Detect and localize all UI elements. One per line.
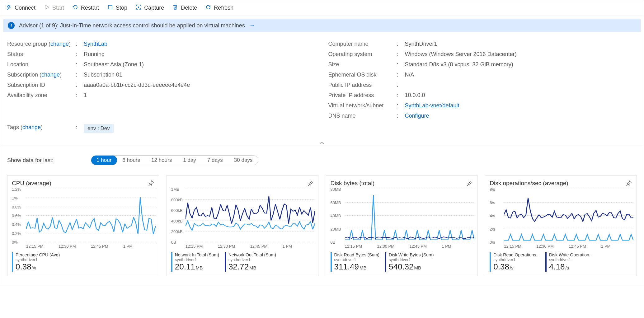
y-tick: 2/s: [490, 227, 495, 231]
detail-value: Subscription 01: [84, 72, 122, 78]
restart-button[interactable]: Restart: [72, 4, 99, 12]
legend-sub: synthdriver1: [16, 257, 60, 262]
y-tick: 0.8%: [12, 204, 21, 209]
card-title: Disk bytes (total): [331, 180, 474, 187]
plug-icon: [6, 4, 12, 12]
change-link[interactable]: change: [50, 41, 69, 47]
detail-value[interactable]: SynthLab-vnet/default: [405, 102, 459, 109]
detail-row: Location:Southeast Asia (Zone 1): [7, 59, 316, 70]
btn-label: Restart: [81, 5, 99, 11]
x-tick: 1 PM: [123, 244, 156, 249]
delete-button[interactable]: Delete: [172, 4, 197, 12]
legend-name: Disk Read Operations...: [493, 252, 540, 257]
pin-icon[interactable]: [307, 180, 314, 188]
detail-row: Public IP address:: [328, 80, 637, 90]
metric-card: Disk operations/sec (average)0/s2/s4/s6/…: [485, 175, 637, 276]
legend-value: 0.38: [16, 262, 31, 271]
y-tick: 1%: [12, 196, 18, 200]
card-title: CPU (average): [12, 180, 156, 187]
play-icon: [44, 4, 50, 12]
tags-row: Tags (change) : env : Dev: [0, 122, 644, 138]
detail-value: Southeast Asia (Zone 1): [84, 61, 144, 68]
legend-value: 0.38: [493, 262, 509, 271]
legend-value: 20.11: [175, 262, 195, 271]
detail-value: Running: [84, 51, 105, 58]
capture-button[interactable]: Capture: [135, 4, 164, 12]
legend-value: 32.72: [228, 262, 249, 271]
y-tick: 1.2%: [12, 187, 21, 192]
advisor-banner[interactable]: i Advisor (1 of 9): Just-In-Time network…: [3, 19, 641, 32]
legend-unit: MB: [196, 265, 203, 270]
x-axis: 12:15 PM12:30 PM12:45 PM1 PM: [345, 244, 474, 249]
legend-item: Disk Read Bytes (Sum) synthdriver1 311.4…: [331, 252, 379, 272]
detail-row: Availability zone:1: [7, 90, 316, 101]
legend-item: Disk Read Operations... synthdriver1 0.3…: [490, 252, 540, 272]
chart-area: 0B200kB400kB600kB800kB1MB: [186, 189, 315, 242]
detail-row: Resource group (change):SynthLab: [7, 39, 316, 49]
x-tick: 12:30 PM: [536, 244, 569, 249]
chart-area: 0/s2/s4/s6/s8/s: [504, 189, 633, 242]
detail-row: Subscription ID:aaaa0a0a-bb1b-cc2c-dd3d-…: [7, 80, 316, 90]
x-tick: 1 PM: [601, 244, 633, 249]
time-pill-1day[interactable]: 1 day: [177, 156, 202, 165]
detail-value[interactable]: Configure: [405, 113, 429, 119]
detail-value[interactable]: SynthLab: [84, 41, 107, 47]
y-tick: 800kB: [171, 198, 183, 202]
y-tick: 0/s: [490, 240, 495, 245]
stop-button[interactable]: Stop: [107, 4, 127, 12]
legend-item: Network In Total (Sum) synthdriver1 20.1…: [171, 252, 219, 272]
legend-item: Network Out Total (Sum) synthdriver1 32.…: [225, 252, 276, 272]
btn-label: Stop: [116, 5, 127, 11]
legend: Percentage CPU (Avg) synthdriver1 0.38%: [12, 252, 156, 272]
detail-row: Size:Standard D8s v3 (8 vcpus, 32 GiB me…: [328, 59, 637, 70]
time-pill-30days[interactable]: 30 days: [228, 156, 258, 165]
toolbar: ConnectStartRestartStopCaptureDeleteRefr…: [0, 0, 644, 16]
metric-card: 0B200kB400kB600kB800kB1MB12:15 PM12:30 P…: [167, 175, 318, 276]
connect-button[interactable]: Connect: [6, 4, 35, 12]
legend-name: Network In Total (Sum): [175, 252, 219, 257]
tags-change-link[interactable]: change: [22, 124, 41, 130]
tag-chip[interactable]: env : Dev: [84, 124, 114, 133]
btn-label: Capture: [144, 5, 164, 11]
refresh-icon: [205, 4, 211, 12]
legend-value: 540.32: [389, 262, 414, 271]
legend-item: Percentage CPU (Avg) synthdriver1 0.38%: [12, 252, 60, 272]
detail-row: Virtual network/subnet:SynthLab-vnet/def…: [328, 101, 637, 111]
x-axis: 12:15 PM12:30 PM12:45 PM1 PM: [504, 244, 633, 249]
detail-value: 1: [84, 92, 87, 99]
svg-rect-0: [108, 5, 112, 9]
y-tick: 40MB: [331, 213, 341, 218]
y-tick: 6/s: [490, 200, 495, 205]
y-tick: 20MB: [331, 227, 341, 231]
detail-row: Operating system:Windows (Windows Server…: [328, 49, 637, 59]
y-tick: 400kB: [171, 219, 183, 223]
refresh-button[interactable]: Refresh: [205, 4, 233, 12]
pin-icon[interactable]: [148, 180, 154, 188]
legend-name: Disk Write Operation...: [549, 252, 593, 257]
legend: Disk Read Operations... synthdriver1 0.3…: [490, 252, 633, 272]
details-pane: Resource group (change):SynthLabStatus:R…: [0, 35, 644, 122]
time-pill-6hours[interactable]: 6 hours: [117, 156, 146, 165]
x-axis: 12:15 PM12:30 PM12:45 PM1 PM: [26, 244, 156, 249]
time-pill-1hour[interactable]: 1 hour: [91, 155, 117, 165]
detail-row: Status:Running: [7, 49, 316, 59]
detail-value: N/A: [405, 72, 414, 78]
svg-point-1: [138, 7, 139, 8]
y-tick: 60MB: [331, 200, 341, 205]
pin-icon[interactable]: [466, 180, 473, 188]
detail-row: Computer name:SynthDriver1: [328, 39, 637, 49]
x-tick: 12:45 PM: [569, 244, 601, 249]
detail-value: 10.0.0.0: [405, 92, 425, 99]
chart-grid: CPU (average)0%0.2%0.4%0.6%0.8%1%1.2%12:…: [0, 168, 644, 284]
x-tick: 12:15 PM: [504, 244, 536, 249]
legend-sub: synthdriver1: [175, 257, 219, 262]
legend-unit: /s: [565, 265, 569, 270]
filter-label: Show data for last:: [7, 157, 54, 164]
collapse-handle[interactable]: ︽: [0, 138, 644, 146]
legend-unit: /s: [510, 265, 514, 270]
legend-value: 311.49: [334, 262, 359, 271]
time-pill-12hours[interactable]: 12 hours: [146, 156, 177, 165]
pin-icon[interactable]: [625, 180, 632, 188]
time-pill-7days[interactable]: 7 days: [202, 156, 228, 165]
change-link[interactable]: change: [41, 72, 60, 78]
